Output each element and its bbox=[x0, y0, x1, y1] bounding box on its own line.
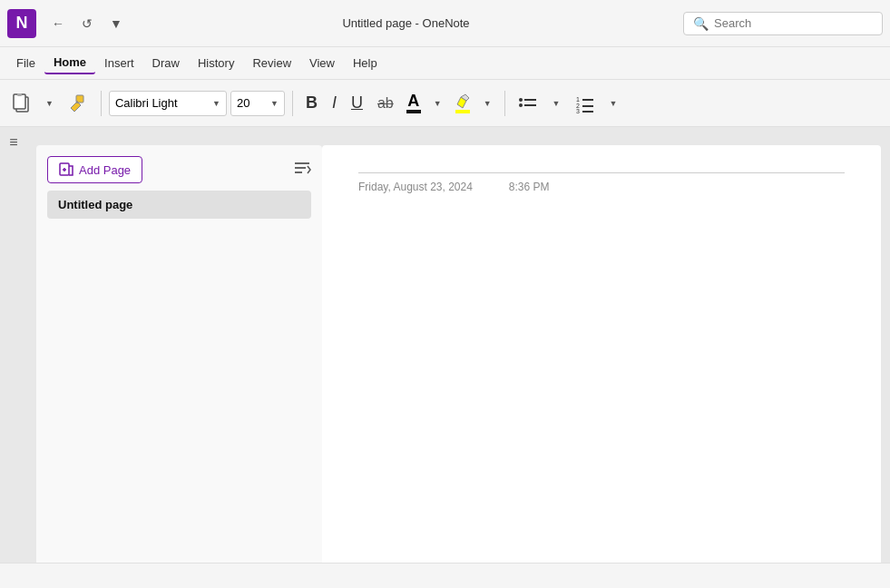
note-area[interactable]: Friday, August 23, 2024 8:36 PM bbox=[322, 145, 881, 563]
font-name-dropdown-icon: ▼ bbox=[212, 99, 220, 108]
hamburger-menu-icon[interactable]: ≡ bbox=[9, 134, 17, 151]
add-page-button[interactable]: Add Page bbox=[47, 156, 142, 183]
menu-bar: File Home Insert Draw History Review Vie… bbox=[0, 47, 890, 80]
font-color-dropdown-button[interactable]: ▼ bbox=[428, 95, 447, 112]
menu-view[interactable]: View bbox=[300, 53, 344, 74]
add-page-icon bbox=[59, 162, 73, 177]
font-name-label: Calibri Light bbox=[115, 96, 178, 110]
underline-label: U bbox=[351, 93, 363, 113]
numbered-list-button[interactable]: 1 2 3 bbox=[570, 90, 601, 117]
bullet-list-dropdown-icon: ▼ bbox=[553, 99, 561, 108]
menu-history[interactable]: History bbox=[189, 53, 243, 74]
note-header-line bbox=[358, 172, 845, 173]
numbered-list-dropdown-button[interactable]: ▼ bbox=[604, 95, 623, 112]
menu-insert[interactable]: Insert bbox=[95, 53, 143, 74]
toolbar: ▼ Calibri Light ▼ 20 ▼ B I U ab A bbox=[0, 80, 890, 127]
bullet-list-dropdown-button[interactable]: ▼ bbox=[547, 95, 566, 112]
format-painter-button[interactable] bbox=[63, 90, 93, 117]
svg-rect-1 bbox=[14, 94, 25, 109]
menu-review[interactable]: Review bbox=[243, 53, 300, 74]
title-bar: N ← ↺ ▼ Untitled page - OneNote 🔍 bbox=[0, 0, 890, 47]
toolbar-separator-2 bbox=[292, 91, 293, 116]
underline-button[interactable]: U bbox=[346, 90, 368, 116]
font-name-select[interactable]: Calibri Light ▼ bbox=[109, 91, 227, 116]
strikethrough-button[interactable]: ab bbox=[372, 92, 399, 115]
highlight-icon bbox=[455, 93, 471, 109]
svg-rect-2 bbox=[17, 93, 22, 96]
note-meta: Friday, August 23, 2024 8:36 PM bbox=[358, 181, 845, 193]
paste-button[interactable] bbox=[7, 90, 36, 117]
paste-dropdown-button[interactable]: ▼ bbox=[40, 95, 59, 112]
toolbar-separator-1 bbox=[101, 91, 102, 116]
italic-button[interactable]: I bbox=[327, 90, 342, 116]
sort-icon bbox=[293, 159, 311, 177]
search-box[interactable]: 🔍 bbox=[683, 12, 883, 35]
bullet-list-button[interactable] bbox=[513, 90, 543, 117]
toolbar-separator-3 bbox=[504, 91, 505, 116]
sort-pages-button[interactable] bbox=[293, 159, 311, 181]
onenote-logo-icon: N bbox=[7, 9, 36, 38]
numbered-list-dropdown-icon: ▼ bbox=[610, 99, 618, 108]
font-size-select[interactable]: 20 ▼ bbox=[230, 91, 285, 116]
status-bar bbox=[0, 563, 890, 588]
italic-label: I bbox=[332, 93, 337, 113]
pages-header-row: Add Page bbox=[47, 156, 311, 183]
main-area: ≡ Add Page Untit bbox=[0, 127, 890, 563]
numbered-list-icon: 1 2 3 bbox=[575, 93, 595, 113]
font-size-dropdown-icon: ▼ bbox=[270, 99, 279, 108]
highlight-dropdown-button[interactable]: ▼ bbox=[478, 95, 497, 112]
search-input[interactable] bbox=[714, 16, 873, 30]
window-title: Untitled page - OneNote bbox=[129, 16, 683, 30]
note-date: Friday, August 23, 2024 bbox=[358, 181, 473, 193]
svg-text:1: 1 bbox=[576, 96, 580, 103]
menu-draw[interactable]: Draw bbox=[143, 53, 189, 74]
highlight-button[interactable] bbox=[451, 91, 474, 115]
highlight-color-bar bbox=[455, 110, 470, 113]
undo-button[interactable]: ↺ bbox=[74, 11, 100, 36]
bullet-list-icon bbox=[518, 93, 538, 113]
font-size-label: 20 bbox=[237, 96, 249, 110]
menu-home[interactable]: Home bbox=[44, 52, 95, 74]
svg-text:3: 3 bbox=[576, 108, 580, 113]
font-color-bar bbox=[406, 110, 421, 113]
font-color-icon: A bbox=[407, 93, 419, 109]
svg-point-7 bbox=[519, 103, 523, 107]
bold-label: B bbox=[306, 93, 318, 113]
page-item-untitled[interactable]: Untitled page bbox=[47, 191, 311, 219]
font-color-dropdown-icon: ▼ bbox=[434, 99, 442, 108]
bold-button[interactable]: B bbox=[300, 90, 323, 116]
note-time: 8:36 PM bbox=[509, 181, 550, 193]
font-color-button[interactable]: A bbox=[403, 91, 425, 115]
menu-help[interactable]: Help bbox=[344, 53, 386, 74]
dropdown-button[interactable]: ▼ bbox=[103, 11, 129, 36]
add-page-label: Add Page bbox=[79, 163, 131, 177]
menu-file[interactable]: File bbox=[7, 53, 44, 74]
strike-label: ab bbox=[377, 95, 394, 112]
highlight-dropdown-icon: ▼ bbox=[484, 99, 492, 108]
window-controls: ← ↺ ▼ bbox=[45, 11, 129, 36]
search-icon: 🔍 bbox=[693, 16, 709, 31]
left-sidebar: ≡ bbox=[0, 127, 27, 563]
pages-panel: Add Page Untitled page bbox=[36, 145, 322, 563]
svg-point-5 bbox=[519, 98, 523, 102]
back-button[interactable]: ← bbox=[45, 11, 71, 36]
